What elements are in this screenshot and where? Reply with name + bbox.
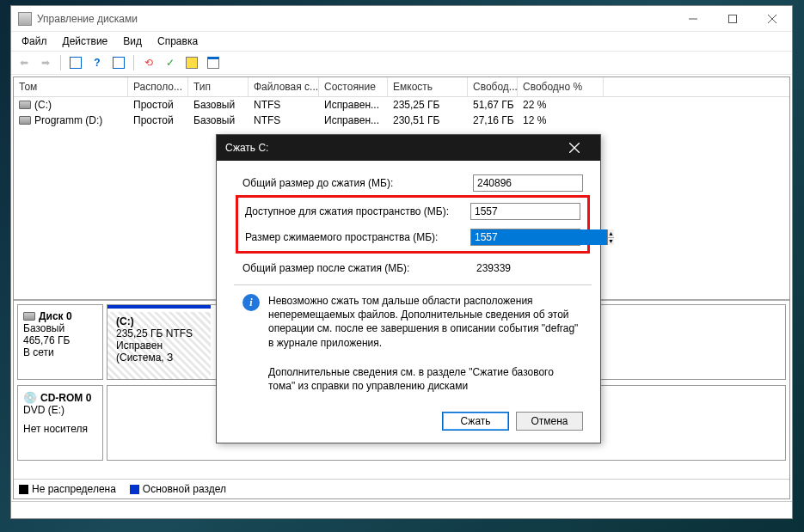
volume-icon	[19, 101, 31, 109]
window-title: Управление дисками	[37, 13, 673, 25]
maximize-button[interactable]	[713, 6, 752, 31]
disk-label[interactable]: Диск 0 Базовый 465,76 ГБ В сети	[17, 304, 103, 380]
close-button[interactable]	[752, 6, 792, 31]
menu-view[interactable]: Вид	[116, 34, 149, 49]
total-before-label: Общий размер до сжатия (МБ):	[242, 177, 473, 189]
spinner[interactable]: ▲▼	[607, 229, 614, 245]
menu-help[interactable]: Справка	[150, 34, 205, 49]
table-row[interactable]: (C:) Простой Базовый NTFS Исправен... 23…	[14, 97, 789, 113]
col-capacity[interactable]: Емкость	[388, 77, 468, 96]
menubar: Файл Действие Вид Справка	[11, 32, 792, 51]
col-volume[interactable]: Том	[14, 77, 128, 96]
col-free[interactable]: Свобод...	[468, 77, 518, 96]
disk-icon	[23, 312, 35, 321]
cdrom-icon: 💿	[23, 391, 37, 404]
help-icon[interactable]: ?	[88, 53, 107, 72]
toolbar-icon[interactable]	[109, 53, 128, 72]
minimize-button[interactable]	[673, 6, 713, 31]
total-after-label: Общий размер после сжатия (МБ):	[242, 262, 473, 274]
check-icon[interactable]: ✓	[161, 53, 180, 72]
total-after-value: 239339	[473, 260, 583, 276]
back-icon: ⬅	[15, 53, 34, 72]
legend: Не распределена Основной раздел	[14, 479, 789, 498]
dialog-titlebar[interactable]: Сжать C:	[217, 135, 600, 161]
statusbar	[11, 501, 792, 518]
shrink-dialog: Сжать C: Общий размер до сжатия (МБ): 24…	[216, 134, 601, 443]
legend-swatch-primary	[130, 485, 139, 494]
spin-up-icon[interactable]: ▲	[608, 229, 614, 238]
col-layout[interactable]: Располо...	[128, 77, 188, 96]
menu-action[interactable]: Действие	[56, 34, 115, 49]
partition-c[interactable]: (C:) 235,25 ГБ NTFS Исправен (Система, З	[107, 305, 211, 379]
titlebar[interactable]: Управление дисками	[11, 6, 792, 32]
cancel-button[interactable]: Отмена	[516, 412, 583, 431]
forward-icon: ➡	[36, 53, 55, 72]
toolbar-icon[interactable]	[182, 53, 201, 72]
highlight-box: Доступное для сжатия пространство (МБ): …	[236, 195, 590, 254]
shrink-button[interactable]: Сжать	[442, 412, 509, 431]
dialog-close-button[interactable]	[557, 135, 592, 161]
dialog-title: Сжать C:	[225, 142, 557, 154]
table-row[interactable]: Programm (D:) Простой Базовый NTFS Испра…	[14, 113, 789, 128]
legend-swatch-unalloc	[19, 485, 28, 494]
app-icon	[18, 12, 32, 26]
available-shrink-label: Доступное для сжатия пространство (МБ):	[245, 205, 470, 217]
available-shrink-value: 1557	[470, 203, 580, 220]
info-text-1: Невозможно сжать том дальше области расп…	[268, 294, 583, 350]
shrink-amount-input[interactable]	[471, 229, 607, 245]
info-icon: i	[242, 294, 260, 311]
shrink-amount-label: Размер сжимаемого пространства (МБ):	[245, 231, 470, 243]
refresh-icon[interactable]: ⟲	[139, 53, 158, 72]
col-freepct[interactable]: Свободно %	[518, 77, 604, 96]
total-before-value: 240896	[473, 174, 583, 192]
col-status[interactable]: Состояние	[319, 77, 388, 96]
cdrom-label[interactable]: 💿CD-ROM 0 DVD (E:) Нет носителя	[17, 385, 103, 461]
spin-down-icon[interactable]: ▼	[608, 238, 614, 246]
volume-table-header: Том Располо... Тип Файловая с... Состоян…	[14, 77, 789, 97]
menu-file[interactable]: Файл	[15, 34, 54, 49]
col-type[interactable]: Тип	[188, 77, 249, 96]
shrink-amount-field[interactable]: ▲▼	[470, 229, 580, 246]
info-text-2: Дополнительные сведения см. в разделе "С…	[268, 365, 583, 393]
toolbar-icon[interactable]	[66, 53, 85, 72]
toolbar: ⬅ ➡ ? ⟲ ✓	[11, 51, 792, 75]
volume-icon	[19, 116, 31, 125]
svg-rect-1	[729, 15, 737, 22]
col-filesystem[interactable]: Файловая с...	[249, 77, 319, 96]
toolbar-icon[interactable]	[204, 53, 223, 72]
